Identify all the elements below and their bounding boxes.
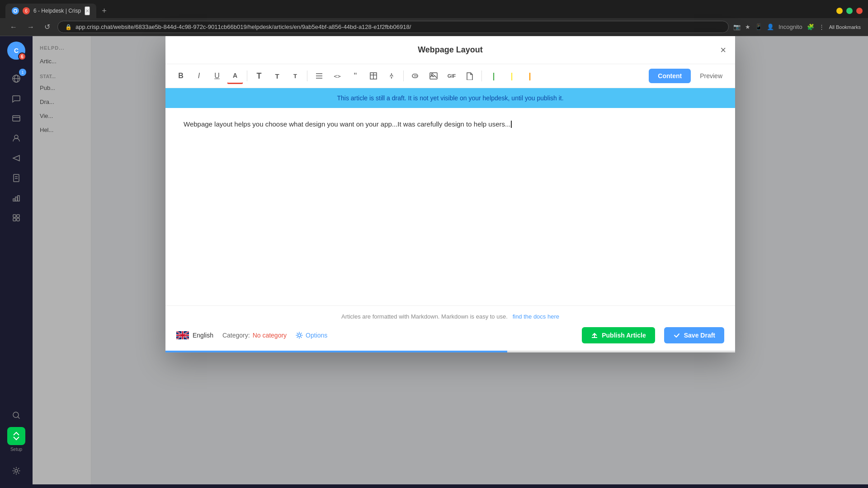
sidebar-item-campaigns[interactable] <box>8 150 24 166</box>
footer-bar: English Category: No category Options <box>176 327 724 343</box>
svg-line-18 <box>18 417 20 419</box>
address-bar[interactable]: 🔒 app.crisp.chat/website/6833ae5b-844d-4… <box>57 21 729 33</box>
heading1-button[interactable]: T <box>251 68 267 84</box>
language-text: English <box>193 332 213 339</box>
sidebar-item-globe[interactable]: 1 <box>8 70 24 87</box>
svg-rect-7 <box>14 174 19 182</box>
publish-icon <box>591 332 598 339</box>
heading3-button[interactable]: T <box>287 68 303 84</box>
svg-point-1 <box>14 10 17 12</box>
modal-title: Webpage Layout <box>418 45 483 55</box>
incognito-label: Incognito <box>778 23 802 30</box>
svg-rect-13 <box>13 215 16 217</box>
font-color-button[interactable]: A <box>227 68 243 84</box>
list-button[interactable] <box>311 68 327 84</box>
align-button[interactable] <box>383 68 400 84</box>
draft-banner: This article is still a draft. It is not… <box>165 88 735 108</box>
extensions-icon: 🧩 <box>807 23 814 30</box>
preview-button[interactable]: Preview <box>694 69 728 83</box>
sidebar: C 6 1 <box>0 36 33 484</box>
sidebar-item-analytics[interactable] <box>8 190 24 206</box>
tab-bar: 6 6 - Helpdesk | Crisp × + <box>0 0 868 18</box>
sidebar-item-settings[interactable] <box>8 463 24 479</box>
profile-icon: 👤 <box>767 23 774 30</box>
sidebar-item-chat[interactable] <box>8 90 24 107</box>
sidebar-item-plugins[interactable] <box>8 210 24 226</box>
menu-icon[interactable]: ⋮ <box>819 23 825 30</box>
category-section: Category: No category <box>222 332 287 339</box>
marker3-button[interactable]: | <box>522 68 538 84</box>
editor-content[interactable]: Webpage layout helps you choose what des… <box>184 119 717 130</box>
separator-2 <box>307 70 307 81</box>
text-cursor <box>511 121 512 128</box>
gif-button[interactable]: GIF <box>443 68 460 84</box>
tab-title: 6 - Helpdesk | Crisp <box>33 8 81 14</box>
marker1-button[interactable]: | <box>486 68 502 84</box>
options-button[interactable]: Options <box>296 332 327 339</box>
device-icon: 📱 <box>755 23 762 30</box>
link-button[interactable] <box>407 68 424 84</box>
language-selector[interactable]: English <box>176 331 213 339</box>
browser-nav-right: 📷 ★ 📱 👤 Incognito 🧩 ⋮ All Bookmarks <box>733 23 861 30</box>
content-button[interactable]: Content <box>649 69 691 83</box>
sidebar-item-setup[interactable]: Setup <box>7 427 25 452</box>
maximize-button[interactable] <box>846 8 853 14</box>
save-draft-icon <box>673 332 680 339</box>
markdown-docs-link[interactable]: find the docs here <box>513 313 559 320</box>
category-link[interactable]: No category <box>253 332 287 339</box>
editor-area[interactable]: Webpage layout helps you choose what des… <box>165 108 735 305</box>
setup-label: Setup <box>10 447 22 452</box>
editor-toolbar: B I U A T T T <> " <box>165 64 735 88</box>
code-button[interactable]: <> <box>329 68 345 84</box>
image-button[interactable] <box>425 68 442 84</box>
editor-footer: Articles are formatted with Markdown. Ma… <box>165 305 735 351</box>
close-window-button[interactable] <box>856 8 863 14</box>
separator-4 <box>481 70 482 81</box>
sidebar-item-inbox[interactable] <box>8 110 24 127</box>
sidebar-item-contacts[interactable] <box>8 130 24 146</box>
file-button[interactable] <box>462 68 478 84</box>
options-gear-icon <box>296 332 303 339</box>
reload-button[interactable]: ↺ <box>42 21 53 33</box>
forward-button[interactable]: → <box>24 21 37 33</box>
toolbar-actions: Content Preview <box>649 69 728 83</box>
ssl-lock-icon: 🔒 <box>65 24 72 30</box>
browser-nav: ← → ↺ 🔒 app.crisp.chat/website/6833ae5b-… <box>0 18 868 36</box>
back-button[interactable]: ← <box>7 21 20 33</box>
svg-rect-15 <box>13 218 16 221</box>
save-draft-button[interactable]: Save Draft <box>664 327 724 343</box>
heading2-button[interactable]: T <box>269 68 285 84</box>
tab-close-button[interactable]: × <box>85 6 90 15</box>
svg-rect-14 <box>17 215 19 217</box>
url-text: app.crisp.chat/website/6833ae5b-844d-4c9… <box>75 23 411 30</box>
markdown-hint-text: Articles are formatted with Markdown. Ma… <box>341 313 508 320</box>
svg-rect-5 <box>13 116 20 121</box>
underline-button[interactable]: U <box>209 68 225 84</box>
bold-button[interactable]: B <box>173 68 189 84</box>
separator-1 <box>247 70 247 81</box>
publish-article-button[interactable]: Publish Article <box>582 327 655 343</box>
editor-modal: Webpage Layout × B I U A T T T <box>165 36 735 352</box>
marker2-button[interactable]: | <box>504 68 520 84</box>
modal-overlay: Webpage Layout × B I U A T T T <box>33 36 868 484</box>
new-tab-button[interactable]: + <box>98 5 110 18</box>
avatar[interactable]: C 6 <box>7 42 25 60</box>
table-button[interactable] <box>365 68 382 84</box>
setup-icon <box>7 427 25 445</box>
svg-rect-10 <box>13 199 15 201</box>
active-tab[interactable]: 6 6 - Helpdesk | Crisp × <box>5 4 96 18</box>
svg-rect-12 <box>18 196 19 201</box>
options-label: Options <box>306 332 327 339</box>
sidebar-item-search[interactable] <box>8 407 24 423</box>
flag-icon <box>176 331 189 339</box>
separator-3 <box>403 70 404 81</box>
italic-button[interactable]: I <box>191 68 207 84</box>
sidebar-item-files[interactable] <box>8 170 24 186</box>
avatar-badge: 6 <box>18 52 26 61</box>
quote-button[interactable]: " <box>347 68 363 84</box>
modal-close-button[interactable]: × <box>720 44 726 56</box>
bookmark-icon[interactable]: ★ <box>745 23 750 30</box>
minimize-button[interactable] <box>836 8 843 14</box>
svg-rect-11 <box>15 197 17 201</box>
progress-bar-container <box>165 351 735 352</box>
